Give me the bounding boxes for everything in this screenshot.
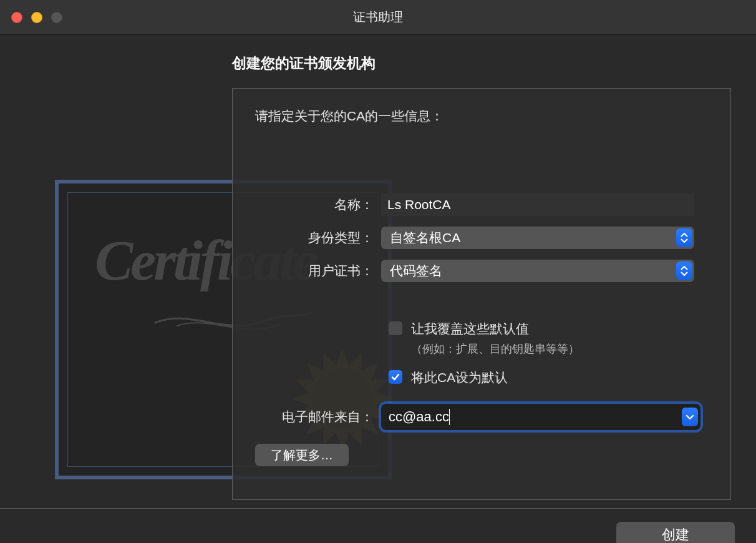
set-default-ca-checkbox[interactable]: 将此CA设为默认 [389, 369, 708, 386]
learn-more-label: 了解更多… [271, 447, 333, 464]
email-label: 电子邮件来自： [255, 408, 381, 426]
identity-type-label: 身份类型： [255, 229, 381, 247]
email-input-text: cc@aa.cc [389, 409, 449, 425]
updown-stepper-icon [676, 228, 692, 247]
name-label: 名称： [255, 196, 381, 213]
user-cert-select[interactable]: 代码签名 [381, 260, 694, 282]
text-caret-icon [449, 409, 450, 425]
checkbox-box-icon [389, 321, 402, 335]
form-panel: 请指定关于您的CA的一些信息： 名称： 身份类型： 自签名根CA 用户证书： [232, 88, 731, 500]
set-default-ca-label: 将此CA设为默认 [411, 369, 508, 386]
learn-more-button[interactable]: 了解更多… [255, 444, 349, 466]
updown-stepper-icon [676, 262, 692, 280]
window-controls [11, 12, 62, 23]
page-title: 创建您的证书颁发机构 [232, 54, 735, 73]
create-button-label: 创建 [662, 526, 689, 543]
name-input[interactable] [381, 193, 694, 216]
minimize-button[interactable] [31, 12, 42, 23]
dropdown-chevron-icon [682, 408, 698, 426]
user-cert-label: 用户证书： [255, 262, 381, 280]
identity-type-select[interactable]: 自签名根CA [381, 227, 694, 249]
identity-type-value: 自签名根CA [390, 229, 460, 247]
email-combobox[interactable]: cc@aa.cc [381, 404, 700, 430]
close-button[interactable] [11, 12, 22, 23]
override-defaults-checkbox[interactable]: 让我覆盖这些默认值 [389, 320, 708, 338]
user-cert-value: 代码签名 [390, 262, 442, 280]
maximize-button[interactable] [51, 12, 62, 23]
override-defaults-subtext: （例如：扩展、目的钥匙串等等） [411, 341, 708, 356]
form-instruction: 请指定关于您的CA的一些信息： [255, 107, 708, 125]
checkbox-box-icon [389, 370, 402, 384]
window-title: 证书助理 [0, 9, 756, 26]
override-defaults-label: 让我覆盖这些默认值 [411, 320, 529, 338]
window-titlebar: 证书助理 [0, 0, 756, 35]
create-button[interactable]: 创建 [616, 522, 735, 543]
